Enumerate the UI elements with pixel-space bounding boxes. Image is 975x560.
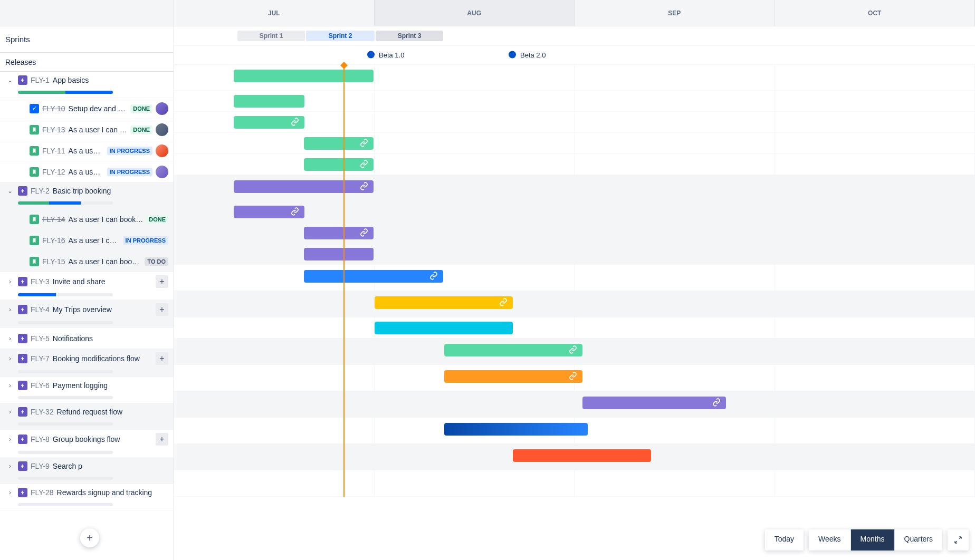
sprint-pill[interactable]: Sprint 1	[237, 31, 305, 41]
issue-title[interactable]: As a use…	[69, 168, 104, 176]
zoom-weeks[interactable]: Weeks	[809, 529, 851, 551]
timeline-bar[interactable]	[304, 227, 374, 239]
epic-row[interactable]: ›FLY-32Refund request flow	[0, 403, 174, 430]
create-issue-fab[interactable]: +	[80, 528, 99, 547]
release-marker[interactable]: Beta 1.0	[367, 51, 404, 59]
issue-key[interactable]: FLY-5	[31, 334, 50, 343]
expand-chevron-icon[interactable]: ⌄	[5, 187, 15, 195]
timeline-row[interactable]	[174, 154, 975, 175]
timeline-bar[interactable]	[304, 248, 374, 260]
timeline-row[interactable]	[174, 175, 975, 201]
epic-row[interactable]: ›FLY-28Rewards signup and tracking	[0, 484, 174, 510]
issue-title[interactable]: My Trips overview	[53, 305, 152, 314]
timeline-row[interactable]	[174, 244, 975, 265]
expand-chevron-icon[interactable]: ›	[5, 335, 15, 342]
issue-title[interactable]: Group bookings flow	[53, 435, 152, 443]
issue-key[interactable]: FLY-8	[31, 435, 50, 443]
timeline-row[interactable]	[174, 291, 975, 317]
timeline-bar[interactable]	[444, 423, 588, 436]
timeline-bar[interactable]	[582, 397, 726, 409]
issue-title[interactable]: As a user…	[69, 147, 104, 155]
timeline-row[interactable]	[174, 112, 975, 133]
issue-key[interactable]: FLY-12	[42, 168, 65, 176]
issue-title[interactable]: Payment logging	[53, 381, 168, 390]
issue-title[interactable]: As a user I can book…	[69, 215, 144, 224]
issue-title[interactable]: As a user I can …	[69, 125, 128, 134]
epic-row[interactable]: ›FLY-6Payment logging	[0, 377, 174, 403]
issue-key[interactable]: FLY-14	[42, 215, 65, 224]
issue-title[interactable]: Basic trip booking	[53, 187, 168, 195]
timeline-bar[interactable]	[375, 322, 513, 334]
timeline-row[interactable]	[174, 265, 975, 291]
issue-key[interactable]: FLY-15	[42, 257, 65, 266]
issue-row[interactable]: FLY-14As a user I can book…DONE	[0, 209, 174, 230]
issue-title[interactable]: Refund request flow	[57, 408, 168, 416]
issue-key[interactable]: FLY-28	[31, 488, 54, 497]
timeline-bar[interactable]	[234, 70, 374, 82]
issue-title[interactable]: Notifications	[53, 334, 168, 343]
timeline-bar[interactable]	[444, 344, 582, 356]
timeline-row[interactable]	[174, 339, 975, 365]
timeline-row[interactable]	[174, 317, 975, 339]
issue-key[interactable]: FLY-9	[31, 462, 50, 470]
expand-chevron-icon[interactable]: ›	[5, 436, 15, 443]
timeline-bar[interactable]	[513, 449, 651, 462]
issue-key[interactable]: FLY-3	[31, 277, 50, 286]
timeline-row[interactable]	[174, 418, 975, 444]
timeline-row[interactable]	[174, 444, 975, 470]
issue-key[interactable]: FLY-2	[31, 187, 50, 195]
timeline-bar[interactable]	[234, 95, 304, 108]
timeline-row[interactable]	[174, 223, 975, 244]
expand-chevron-icon[interactable]: ›	[5, 355, 15, 362]
add-child-button[interactable]: +	[156, 352, 168, 365]
epic-row[interactable]: ›FLY-9Search p	[0, 458, 174, 484]
timeline-row[interactable]	[174, 64, 975, 91]
issue-key[interactable]: FLY-10	[42, 104, 65, 113]
expand-chevron-icon[interactable]: ›	[5, 408, 15, 416]
issue-title[interactable]: As a user I can boo…	[69, 257, 142, 266]
issue-key[interactable]: FLY-7	[31, 354, 50, 363]
issue-title[interactable]: Booking modifications flow	[53, 354, 152, 363]
add-child-button[interactable]: +	[156, 275, 168, 288]
timeline-bar[interactable]	[375, 296, 513, 309]
issue-key[interactable]: FLY-4	[31, 305, 50, 314]
expand-chevron-icon[interactable]: ›	[5, 489, 15, 496]
expand-chevron-icon[interactable]: ›	[5, 278, 15, 285]
epic-row[interactable]: ›FLY-8Group bookings flow+	[0, 430, 174, 458]
issue-title[interactable]: Rewards signup and tracking	[57, 488, 168, 497]
epic-row[interactable]: ›FLY-4My Trips overview+	[0, 300, 174, 328]
issue-title[interactable]: App basics	[53, 76, 168, 84]
issue-key[interactable]: FLY-11	[42, 147, 65, 155]
timeline-bar[interactable]	[304, 158, 374, 171]
epic-row[interactable]: ›FLY-3Invite and share+	[0, 272, 174, 300]
timeline-row[interactable]	[174, 391, 975, 418]
timeline-row[interactable]	[174, 91, 975, 112]
expand-chevron-icon[interactable]: ›	[5, 306, 15, 313]
assignee-avatar[interactable]	[156, 166, 168, 178]
timeline-panel[interactable]: JULAUGSEPOCT Sprint 1Sprint 2Sprint 3 Be…	[174, 0, 975, 560]
timeline-bar[interactable]	[304, 137, 374, 150]
issue-row[interactable]: FLY-12As a use…IN PROGRESS	[0, 161, 174, 182]
issue-key[interactable]: FLY-16	[42, 236, 65, 245]
epic-row[interactable]: ›FLY-7Booking modifications flow+	[0, 349, 174, 377]
issue-key[interactable]: FLY-6	[31, 381, 50, 390]
issue-row[interactable]: FLY-16As a user I c…IN PROGRESS	[0, 230, 174, 251]
expand-chevron-icon[interactable]: ⌄	[5, 76, 15, 84]
expand-chevron-icon[interactable]: ›	[5, 382, 15, 389]
timeline-bar[interactable]	[304, 270, 443, 283]
issue-row[interactable]: FLY-15As a user I can boo…TO DO	[0, 251, 174, 272]
timeline-row[interactable]	[174, 201, 975, 223]
issue-key[interactable]: FLY-1	[31, 76, 50, 84]
today-button[interactable]: Today	[765, 529, 804, 551]
issue-title[interactable]: Invite and share	[53, 277, 152, 286]
issue-row[interactable]: FLY-13As a user I can …DONE	[0, 119, 174, 140]
collapse-icon[interactable]	[948, 529, 969, 551]
sprint-pill[interactable]: Sprint 3	[376, 31, 443, 41]
assignee-avatar[interactable]	[156, 144, 168, 157]
issue-key[interactable]: FLY-13	[42, 125, 65, 134]
issue-title[interactable]: Search p	[53, 462, 168, 470]
timeline-bar[interactable]	[234, 206, 304, 218]
add-child-button[interactable]: +	[156, 433, 168, 446]
epic-row[interactable]: ›FLY-5Notifications	[0, 328, 174, 349]
sprint-pill[interactable]: Sprint 2	[306, 31, 375, 41]
